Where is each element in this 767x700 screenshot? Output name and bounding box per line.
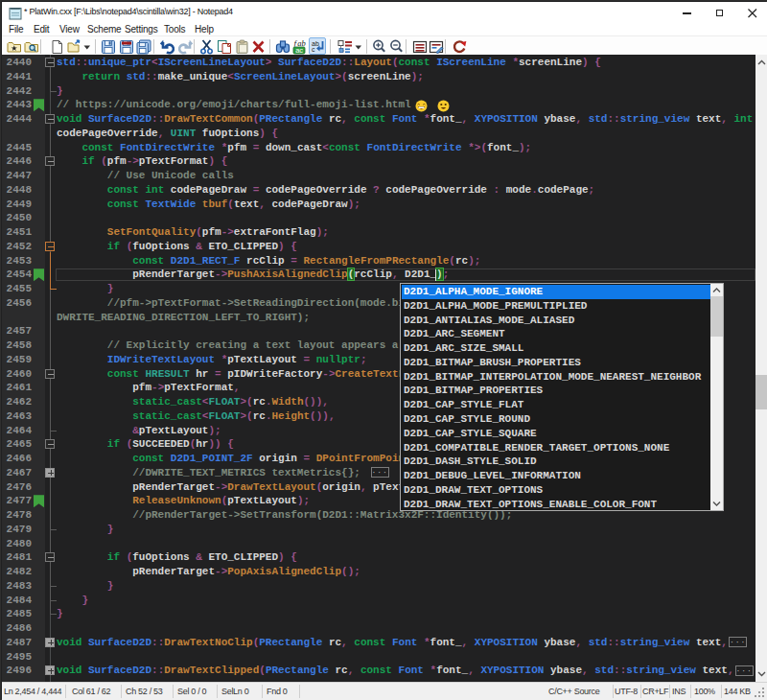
- svg-text:ac: ac: [295, 46, 303, 55]
- svg-text:c: c: [312, 46, 315, 53]
